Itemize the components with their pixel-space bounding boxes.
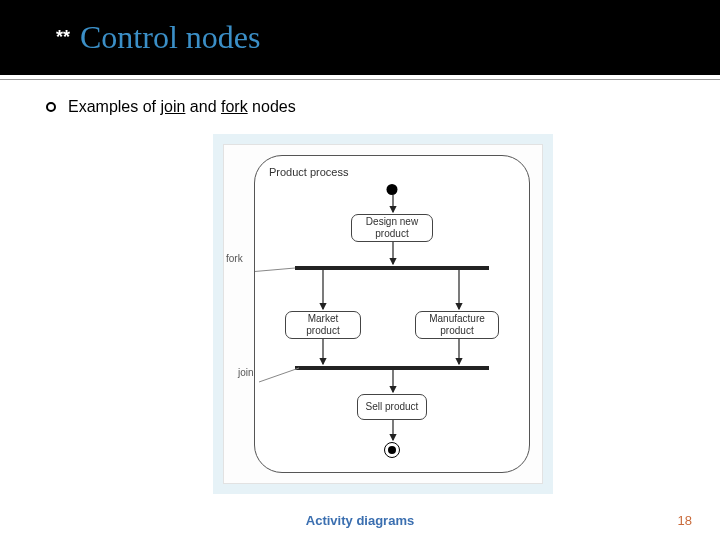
bullet-icon	[46, 102, 56, 112]
join-bar	[295, 366, 489, 370]
bullet-post: nodes	[248, 98, 296, 115]
activity-market-label: Market product	[292, 313, 354, 337]
bullet-word-join: join	[160, 98, 185, 115]
bullet-word-fork: fork	[221, 98, 248, 115]
page-number: 18	[678, 513, 692, 528]
note-fork-label: fork	[226, 253, 243, 264]
bullet-pre: Examples of	[68, 98, 160, 115]
activity-market: Market product	[285, 311, 361, 339]
bullet-mid: and	[185, 98, 221, 115]
activity-design-label: Design new product	[358, 216, 426, 240]
slide-header: ** Control nodes	[0, 0, 720, 75]
bullet-item: Examples of join and fork nodes	[46, 98, 720, 116]
activity-sell-label: Sell product	[366, 401, 419, 413]
activity-manufacture-label: Manufacture product	[422, 313, 492, 337]
note-join-label: join	[238, 367, 254, 378]
footer-caption: Activity diagrams	[306, 513, 414, 528]
final-node-inner	[388, 446, 396, 454]
footer: Activity diagrams	[0, 513, 720, 528]
header-prefix: **	[56, 27, 70, 48]
initial-node-icon	[387, 184, 398, 195]
figure-inner: fork join Product process Design new pro…	[223, 144, 543, 484]
figure-container: fork join Product process Design new pro…	[213, 134, 553, 494]
activity-sell: Sell product	[357, 394, 427, 420]
bullet-text: Examples of join and fork nodes	[68, 98, 296, 116]
frame-title: Product process	[269, 166, 348, 178]
svg-line-8	[255, 268, 295, 272]
activity-manufacture: Manufacture product	[415, 311, 499, 339]
fork-bar	[295, 266, 489, 270]
activity-frame: Product process Design new product Marke…	[254, 155, 530, 473]
slide-body: Examples of join and fork nodes fork joi…	[0, 80, 720, 494]
slide-title: Control nodes	[80, 19, 260, 56]
activity-design: Design new product	[351, 214, 433, 242]
svg-line-9	[259, 368, 299, 382]
final-node-icon	[384, 442, 400, 458]
